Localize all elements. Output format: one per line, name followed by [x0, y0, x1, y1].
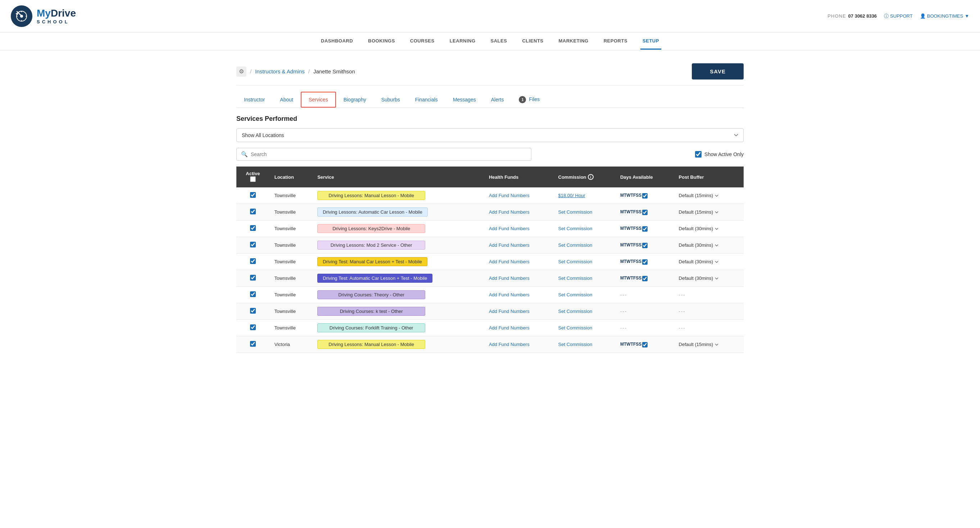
buffer-select[interactable]: Default (30mins)	[679, 226, 720, 231]
buffer-cell: Default (30mins)	[674, 254, 744, 270]
set-commission-link[interactable]: Set Commission	[558, 292, 593, 297]
days-checkbox[interactable]	[642, 342, 648, 347]
tab-biography[interactable]: Biography	[336, 92, 374, 107]
active-checkbox[interactable]	[250, 242, 256, 248]
days-checkbox[interactable]	[642, 210, 648, 215]
days-checkbox[interactable]	[642, 226, 648, 232]
set-commission-link[interactable]: Set Commission	[558, 226, 593, 231]
nav-learning[interactable]: LEARNING	[447, 33, 478, 49]
buffer-select[interactable]: Default (30mins)	[679, 259, 720, 264]
active-only-checkbox[interactable]	[695, 151, 702, 157]
buffer-select[interactable]: Default (15mins)	[679, 342, 720, 347]
service-cell: Driving Courses: Forklift Training - Oth…	[312, 320, 484, 336]
active-cell	[236, 336, 269, 353]
services-table: Active Location Service Health Funds Com…	[236, 167, 744, 353]
add-fund-numbers-link[interactable]: Add Fund Numbers	[489, 226, 530, 231]
active-checkbox[interactable]	[250, 308, 256, 313]
main-nav: DASHBOARD BOOKINGS COURSES LEARNING SALE…	[0, 32, 980, 50]
nav-bookings[interactable]: BOOKINGS	[366, 33, 397, 49]
days-dash: ---	[620, 309, 627, 314]
tab-alerts[interactable]: Alerts	[484, 92, 512, 107]
days-checkbox[interactable]	[642, 193, 648, 199]
active-checkbox[interactable]	[250, 291, 256, 297]
gear-icon[interactable]: ⚙	[236, 67, 247, 76]
service-badge[interactable]: Driving Courses: k test - Other	[317, 307, 425, 316]
set-commission-link[interactable]: Set Commission	[558, 325, 593, 331]
add-fund-numbers-link[interactable]: Add Fund Numbers	[489, 275, 530, 281]
set-commission-link[interactable]: Set Commission	[558, 242, 593, 248]
days-checkbox[interactable]	[642, 276, 648, 281]
tab-services[interactable]: Services	[301, 92, 336, 108]
select-all-checkbox[interactable]	[250, 176, 256, 182]
breadcrumb-link[interactable]: Instructors & Admins	[255, 68, 305, 75]
add-fund-numbers-link[interactable]: Add Fund Numbers	[489, 242, 530, 248]
service-badge[interactable]: Driving Lessons: Automatic Car Lesson - …	[317, 208, 428, 216]
service-badge[interactable]: Driving Courses: Theory - Other	[317, 290, 425, 299]
set-commission-link[interactable]: Set Commission	[558, 209, 593, 215]
service-badge[interactable]: Driving Test: Automatic Car Lesson + Tes…	[317, 274, 433, 283]
service-badge[interactable]: Driving Lessons: Keys2Drive - Mobile	[317, 224, 425, 233]
buffer-select[interactable]: Default (15mins)	[679, 193, 720, 198]
service-cell: Driving Lessons: Manual Lesson - Mobile	[312, 188, 484, 204]
buffer-select[interactable]: Default (30mins)	[679, 242, 720, 248]
days-checkbox[interactable]	[642, 243, 648, 248]
tab-instructor[interactable]: Instructor	[236, 92, 272, 107]
nav-courses[interactable]: COURSES	[408, 33, 437, 49]
nav-setup[interactable]: SETUP	[640, 33, 661, 49]
days-label: MTWTFSS	[620, 193, 641, 198]
active-checkbox[interactable]	[250, 275, 256, 280]
chevron-down-icon: ▼	[964, 13, 969, 19]
support-link[interactable]: ⓘ SUPPORT	[884, 13, 913, 19]
service-cell: Driving Lessons: Mod 2 Service - Other	[312, 237, 484, 254]
active-checkbox[interactable]	[250, 341, 256, 347]
bookingtimes-link[interactable]: 👤 BOOKINGTIMES ▼	[920, 13, 969, 19]
tab-financials[interactable]: Financials	[407, 92, 445, 107]
set-commission-link[interactable]: Set Commission	[558, 275, 593, 281]
set-commission-link[interactable]: Set Commission	[558, 259, 593, 264]
days-checkbox[interactable]	[642, 259, 648, 265]
nav-sales[interactable]: SALES	[488, 33, 509, 49]
add-fund-numbers-link[interactable]: Add Fund Numbers	[489, 259, 530, 264]
set-commission-link[interactable]: Set Commission	[558, 342, 593, 347]
add-fund-numbers-link[interactable]: Add Fund Numbers	[489, 209, 530, 215]
search-wrap: 🔍	[236, 148, 531, 161]
tab-files[interactable]: 1 Files	[511, 91, 547, 108]
buffer-cell: Default (30mins)	[674, 237, 744, 254]
active-checkbox[interactable]	[250, 208, 256, 215]
tab-suburbs[interactable]: Suburbs	[374, 92, 407, 107]
active-checkbox[interactable]	[250, 258, 256, 264]
search-input[interactable]	[251, 151, 527, 157]
location-select[interactable]: Show All Locations Townsville Victoria	[236, 129, 744, 142]
save-button[interactable]: SAVE	[692, 63, 744, 80]
active-cell	[236, 270, 269, 287]
tab-messages[interactable]: Messages	[445, 92, 484, 107]
add-fund-numbers-link[interactable]: Add Fund Numbers	[489, 193, 530, 198]
nav-marketing[interactable]: MARKETING	[557, 33, 591, 49]
add-fund-numbers-link[interactable]: Add Fund Numbers	[489, 342, 530, 347]
service-badge[interactable]: Driving Lessons: Manual Lesson - Mobile	[317, 191, 425, 200]
active-checkbox[interactable]	[250, 324, 256, 330]
buffer-select[interactable]: Default (15mins)	[679, 209, 720, 215]
commission-info-icon[interactable]: i	[588, 174, 593, 180]
col-buffer: Post Buffer	[674, 167, 744, 188]
nav-reports[interactable]: REPORTS	[601, 33, 630, 49]
add-fund-numbers-link[interactable]: Add Fund Numbers	[489, 292, 530, 297]
commission-value-link[interactable]: $18.00/ Hour	[558, 193, 585, 198]
add-fund-numbers-link[interactable]: Add Fund Numbers	[489, 309, 530, 314]
tab-about[interactable]: About	[272, 92, 301, 107]
service-badge[interactable]: Driving Lessons: Mod 2 Service - Other	[317, 241, 425, 250]
buffer-select[interactable]: Default (30mins)	[679, 275, 720, 281]
set-commission-link[interactable]: Set Commission	[558, 309, 593, 314]
active-checkbox[interactable]	[250, 192, 256, 198]
service-cell: Driving Test: Automatic Car Lesson + Tes…	[312, 270, 484, 287]
nav-clients[interactable]: CLIENTS	[520, 33, 546, 49]
service-badge[interactable]: Driving Lessons: Manual Lesson - Mobile	[317, 340, 425, 349]
service-badge[interactable]: Driving Courses: Forklift Training - Oth…	[317, 323, 425, 332]
days-dash: ---	[620, 292, 627, 297]
add-fund-numbers-link[interactable]: Add Fund Numbers	[489, 325, 530, 331]
buffer-cell: ---	[674, 320, 744, 336]
logo[interactable]: MyDrive SCHOOL	[11, 5, 76, 27]
active-checkbox[interactable]	[250, 225, 256, 231]
service-badge[interactable]: Driving Test: Manual Car Lesson + Test -…	[317, 257, 427, 266]
nav-dashboard[interactable]: DASHBOARD	[319, 33, 355, 49]
